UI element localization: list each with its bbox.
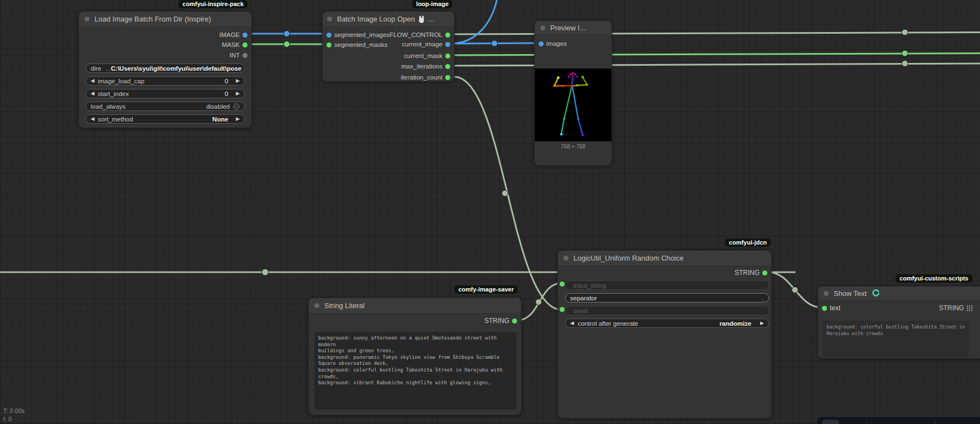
collapse-dot-icon[interactable] <box>824 291 829 296</box>
wire-dot[interactable] <box>284 41 290 47</box>
wire-dot[interactable] <box>792 287 798 293</box>
output-port[interactable] <box>512 319 517 324</box>
status-time: T: 0.00s <box>3 407 25 415</box>
output-label: STRING <box>735 269 760 277</box>
input-port-seed[interactable] <box>560 307 565 312</box>
output-label: INT <box>229 52 240 59</box>
prev-arrow-icon[interactable]: ◀ <box>91 116 94 121</box>
node-batch-image-loop[interactable]: Batch Image Loop Open ... segmented_imag… <box>322 11 455 82</box>
node-header[interactable]: String Literal <box>309 298 521 314</box>
preview-image-pose <box>535 68 612 141</box>
output-port[interactable] <box>762 271 767 275</box>
wire-dot[interactable] <box>536 299 542 305</box>
output-port[interactable] <box>445 64 450 69</box>
decrement-arrow-icon[interactable]: ◀ <box>91 91 94 96</box>
execution-status: T: 0.00s I: 0 <box>3 407 25 423</box>
toggle-knob-icon[interactable] <box>233 103 240 110</box>
output-current-image: current_image <box>389 40 453 49</box>
collapse-dot-icon[interactable] <box>314 303 319 308</box>
load-always-widget[interactable]: load_always disabled <box>86 102 245 111</box>
start-index-widget[interactable]: ◀ start_index 0 ▶ <box>86 89 245 98</box>
increment-arrow-icon[interactable]: ▶ <box>236 78 240 83</box>
output-port[interactable] <box>243 33 247 38</box>
node-header[interactable]: Preview I... <box>535 21 612 35</box>
node-string-literal[interactable]: String Literal STRING background: sunny … <box>308 298 521 415</box>
grid-icon[interactable] <box>967 305 973 311</box>
node-header[interactable]: Show Text <box>818 287 980 301</box>
collapse-dot-icon[interactable] <box>540 25 545 30</box>
badge-image-saver: comfy-image-saver <box>455 285 518 294</box>
widget-label: input_string <box>573 282 606 289</box>
next-arrow-icon[interactable]: ▶ <box>236 116 240 121</box>
input-port[interactable] <box>326 43 331 47</box>
wire-dot[interactable] <box>502 190 508 197</box>
wire-current-image-up <box>451 0 498 44</box>
sort-method-widget[interactable]: ◀ sort_method None ▶ <box>86 114 245 124</box>
node-header[interactable]: LogicUtil_Uniform Random Choice <box>558 251 771 266</box>
wire-flow-control <box>451 33 980 35</box>
wire-dot[interactable] <box>902 50 908 56</box>
widget-value: 0 <box>225 78 228 84</box>
widget-value: randomize <box>720 320 752 327</box>
node-preview-image[interactable]: Preview I... images <box>534 20 612 166</box>
wire-dot[interactable] <box>492 40 498 46</box>
ellipsis: ... <box>106 65 111 72</box>
output-label: STRING <box>484 317 509 325</box>
image-load-cap-widget[interactable]: ◀ image_load_cap 0 ▶ <box>86 76 245 86</box>
input-port[interactable] <box>822 306 827 311</box>
node-header[interactable]: Batch Image Loop Open ... <box>323 12 454 27</box>
node-title-suffix: ... <box>428 15 434 23</box>
bottom-toolbar-peek[interactable] <box>816 416 980 424</box>
input-label: segmented_masks <box>334 41 388 48</box>
node-title: LogicUtil_Uniform Random Choice <box>573 254 683 262</box>
collapse-dot-icon[interactable] <box>563 256 568 261</box>
collapse-dot-icon[interactable] <box>327 17 332 22</box>
toolbar-pill[interactable] <box>822 420 839 424</box>
output-port[interactable] <box>243 53 247 58</box>
wire-max-iterations <box>451 63 980 66</box>
next-arrow-icon[interactable]: ▶ <box>760 321 764 326</box>
input-port[interactable] <box>326 33 331 38</box>
node-header[interactable]: Load Image Batch From Dir (Inspire) <box>79 12 251 27</box>
node-graph-canvas[interactable]: Load Image Batch From Dir (Inspire) IMAG… <box>0 0 980 424</box>
output-label: iteration_count <box>401 74 442 81</box>
output-port[interactable] <box>445 54 450 59</box>
output-flow-control: FLOW_CONTROL <box>389 30 453 39</box>
widget-label: dire <box>91 65 101 72</box>
output-port[interactable] <box>445 42 450 47</box>
wire-dot[interactable] <box>262 269 268 275</box>
image-dimensions-label: 768 × 768 <box>535 144 612 150</box>
badge-inspire-pack: comfyui-inspire-pack <box>178 0 247 8</box>
node-logicutil-random-choice[interactable]: LogicUtil_Uniform Random Choice STRING i… <box>557 250 772 418</box>
input-string-widget[interactable]: input_string <box>565 280 769 290</box>
widget-label: control after generate <box>578 320 638 327</box>
node-load-image-batch[interactable]: Load Image Batch From Dir (Inspire) IMAG… <box>78 11 252 128</box>
toolbar-separator <box>866 420 867 424</box>
input-label: text <box>830 304 840 312</box>
seed-widget[interactable]: seed <box>565 306 769 315</box>
input-text: text <box>819 304 840 312</box>
directory-widget[interactable]: dire ... C:\Users\syui\git\comfyui\user\… <box>86 63 245 73</box>
output-image: IMAGE <box>79 30 250 39</box>
output-label: current_mask <box>404 52 442 59</box>
wire-dot[interactable] <box>902 61 908 67</box>
increment-arrow-icon[interactable]: ▶ <box>236 91 240 96</box>
input-port-input-string[interactable] <box>560 282 565 287</box>
show-text-output-box[interactable]: background: colorful bustling Takeshita … <box>823 321 969 358</box>
prev-arrow-icon[interactable]: ◀ <box>570 321 574 326</box>
input-port[interactable] <box>539 41 544 46</box>
output-port[interactable] <box>243 43 247 47</box>
collapse-dot-icon[interactable] <box>85 17 89 22</box>
node-title: String Literal <box>324 301 365 310</box>
decrement-arrow-icon[interactable]: ◀ <box>91 78 94 83</box>
output-label: FLOW_CONTROL <box>389 31 442 38</box>
widget-label: start_index <box>98 91 129 97</box>
wire-dot[interactable] <box>284 31 290 37</box>
node-show-text[interactable]: Show Text text STRING background: colorf… <box>818 286 980 359</box>
string-literal-textarea[interactable]: background: sunny afternoon on a quiet O… <box>314 332 517 410</box>
output-port[interactable] <box>445 75 450 80</box>
control-after-generate-widget[interactable]: ◀ control after generate randomize ▶ <box>565 319 769 328</box>
output-port[interactable] <box>445 33 450 38</box>
wire-dot[interactable] <box>902 29 908 35</box>
separator-widget[interactable]: separator , <box>565 293 769 303</box>
